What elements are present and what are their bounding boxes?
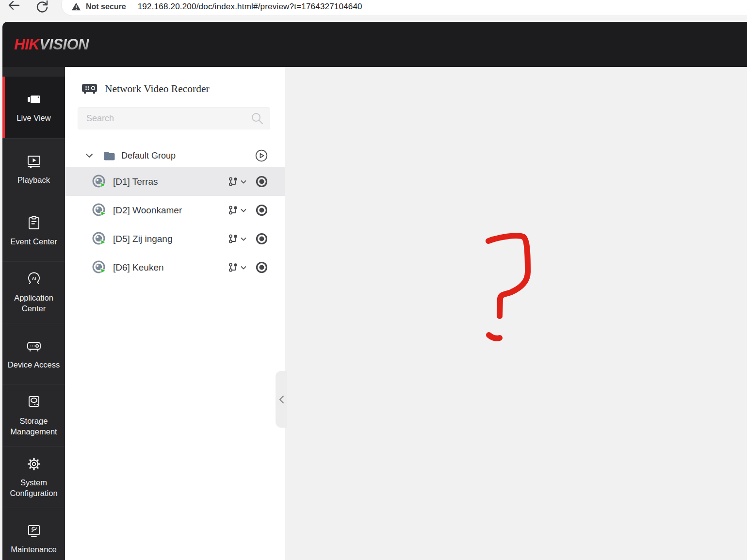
camera-tree: Default Group [D1] Terras: [65, 144, 285, 282]
camera-label: [D6] Keuken: [113, 262, 228, 273]
sidebar-item-live-view[interactable]: Live View: [2, 77, 65, 138]
app-header: HIKVISION: [2, 22, 747, 67]
group-row-default-group[interactable]: Default Group: [65, 144, 285, 167]
record-icon[interactable]: [256, 261, 268, 273]
search-icon[interactable]: [251, 112, 263, 125]
device-title: Network Video Recorder: [105, 83, 210, 95]
sidebar-nav: Live View Playback Event Cente: [2, 67, 65, 560]
sidebar-item-storage-management[interactable]: Storage Management: [2, 384, 65, 446]
chevron-down-icon[interactable]: [85, 151, 94, 160]
address-bar[interactable]: Not secure 192.168.20.200/doc/index.html…: [61, 0, 747, 16]
refresh-icon[interactable]: [35, 0, 49, 14]
camera-row-d5[interactable]: [D5] Zij ingang: [65, 224, 285, 253]
not-secure-label[interactable]: Not secure: [86, 2, 126, 11]
device-access-icon: [26, 338, 42, 354]
camera-row-d1[interactable]: [D1] Terras: [65, 167, 285, 196]
sidebar-item-device-access[interactable]: Device Access: [2, 323, 65, 384]
camera-row-d6[interactable]: [D6] Keuken: [65, 253, 285, 282]
back-icon[interactable]: [7, 0, 21, 14]
sidebar-item-label: Storage Management: [5, 416, 62, 437]
camera-lens-icon: [92, 232, 106, 246]
play-group-icon[interactable]: [255, 149, 268, 162]
camera-label: [D5] Zij ingang: [113, 234, 228, 244]
live-view-icon: [26, 91, 42, 108]
application-center-icon: AI: [26, 271, 42, 288]
camera-lens-icon: [92, 175, 106, 189]
storage-management-icon: [26, 394, 42, 411]
sidebar-item-playback[interactable]: Playback: [2, 138, 65, 200]
stream-chevron-down-icon[interactable]: [240, 264, 247, 271]
sidebar-item-system-configuration[interactable]: System Configuration: [2, 446, 65, 508]
logo-vision: VISION: [39, 36, 89, 53]
hikvision-logo: HIKVISION: [14, 36, 89, 53]
sidebar-item-label: Live View: [16, 112, 50, 123]
sidebar-item-label: System Configuration: [5, 477, 62, 499]
stream-type-icon[interactable]: [228, 176, 239, 187]
search-box: [78, 107, 270, 129]
device-title-row: Network Video Recorder: [65, 80, 285, 97]
record-icon[interactable]: [256, 204, 268, 216]
system-configuration-icon: [26, 456, 42, 472]
folder-icon: [103, 151, 115, 161]
sidebar-item-label: Application Center: [5, 292, 62, 314]
live-view-area: [285, 67, 747, 560]
record-icon[interactable]: [256, 176, 268, 188]
stream-chevron-down-icon[interactable]: [240, 178, 247, 185]
stream-chevron-down-icon[interactable]: [240, 236, 247, 242]
sidebar-item-label: Event Center: [10, 236, 57, 247]
camera-row-d2[interactable]: [D2] Woonkamer: [65, 196, 285, 224]
group-label: Default Group: [121, 151, 255, 161]
search-input[interactable]: [78, 107, 270, 129]
stream-type-icon[interactable]: [228, 205, 239, 215]
url-text[interactable]: 192.168.20.200/doc/index.html#/preview?t…: [138, 2, 362, 12]
camera-lens-icon: [92, 260, 106, 274]
stream-type-icon[interactable]: [228, 234, 239, 244]
panel-collapse-handle[interactable]: [276, 371, 287, 428]
nvr-device-icon: [81, 82, 98, 96]
sidebar-item-label: Maintenance: [11, 544, 56, 555]
app-page: HIKVISION Live View Playb: [2, 22, 747, 560]
sidebar-item-label: Playback: [17, 175, 50, 185]
camera-lens-icon: [92, 203, 106, 217]
record-icon[interactable]: [256, 233, 268, 245]
question-mark-annotation: [477, 224, 545, 351]
event-center-icon: [26, 215, 42, 231]
camera-label: [D1] Terras: [113, 176, 228, 187]
camera-label: [D2] Woonkamer: [113, 205, 228, 216]
chevron-left-icon: [278, 395, 284, 404]
sidebar-item-event-center[interactable]: Event Center: [2, 200, 65, 261]
svg-text:AI: AI: [32, 276, 36, 281]
maintenance-icon: [26, 523, 42, 539]
sidebar-item-label: Device Access: [8, 359, 60, 370]
stream-type-icon[interactable]: [228, 262, 239, 272]
browser-toolbar: Not secure 192.168.20.200/doc/index.html…: [0, 0, 747, 22]
sidebar-item-application-center[interactable]: AI Application Center: [2, 261, 65, 323]
stream-chevron-down-icon[interactable]: [240, 207, 247, 214]
camera-panel: Network Video Recorder Default: [65, 67, 285, 560]
sidebar-item-maintenance[interactable]: Maintenance: [2, 508, 65, 560]
not-secure-warning-icon: [71, 2, 81, 11]
playback-icon: [26, 153, 42, 170]
logo-hik: HIK: [14, 36, 39, 53]
